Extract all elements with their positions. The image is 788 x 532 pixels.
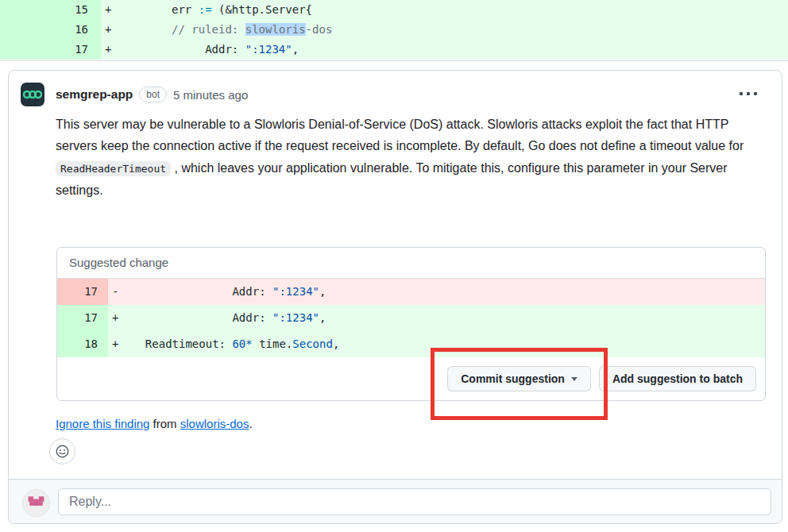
diff-row: 17+ Addr: ":1234", [57,305,765,331]
code-line: Addr: ":1234", [125,40,788,60]
finding-footer-text: Ignore this finding from slowloris-dos. [56,417,253,430]
from-text: from [153,417,177,430]
comment-header: semgrep-app bot 5 minutes ago [56,85,248,104]
suggestion-rows: 17- Addr: ":1234",17+ Addr: ":1234",18+ … [57,279,765,357]
code-segment: ":1234" [272,285,319,298]
add-to-batch-label: Add suggestion to batch [612,372,743,385]
reply-input[interactable] [58,488,771,515]
code-segment: := [199,3,212,16]
code-segment: time. [253,337,293,350]
comment-timestamp[interactable]: 5 minutes ago [173,88,248,102]
comment-author[interactable]: semgrep-app [56,87,133,102]
commit-suggestion-label: Commit suggestion [461,372,565,385]
top-diff-rows: 15+ err := (&http.Server{16+ // ruleid: … [0,0,788,60]
code-line: err := (&http.Server{ [125,0,788,20]
line-number[interactable]: 16 [0,20,101,40]
add-reaction-button[interactable] [49,438,75,465]
rule-link[interactable]: slowloris-dos [180,417,249,430]
ignore-finding-link[interactable]: Ignore this finding [56,417,149,430]
suggestion-actions: Commit suggestion Add suggestion to batc… [57,357,765,400]
code-line: Addr: ":1234", [132,279,765,305]
code-segment: Addr: [132,285,272,298]
code-segment: // ruleid: [172,23,245,36]
code-segment [125,23,172,36]
line-number[interactable]: 15 [0,0,101,20]
code-line: // ruleid: slowloris-dos [125,20,788,40]
code-segment: ":1234" [272,311,319,324]
chevron-down-icon [571,377,577,381]
inline-code-span: ReadHeaderTimeout [56,161,171,176]
diff-marker: + [108,305,132,331]
identicon-avatar [23,490,49,516]
code-segment: err [125,3,199,16]
comment-text: This server may be vulnerable to a Slowl… [56,118,744,152]
diff-marker: + [101,40,125,60]
user-avatar [22,489,50,517]
code-segment: 60* [232,337,252,350]
diff-row: 16+ // ruleid: slowloris-dos [0,20,788,40]
comment-card: semgrep-app bot 5 minutes ago This serve… [8,70,782,524]
code-segment: , [319,285,326,298]
code-segment: Second [292,337,333,350]
suggested-change-block: Suggested change 17- Addr: ":1234",17+ A… [56,247,766,401]
kebab-icon [747,92,750,95]
diff-row: 17- Addr: ":1234", [57,279,765,305]
reply-section [9,479,782,523]
diff-marker: + [108,331,132,357]
diff-marker: - [108,279,132,305]
diff-row: 18+ Readtimeout: 60* time.Second, [57,331,765,357]
kebab-icon [754,92,757,95]
code-line: Readtimeout: 60* time.Second, [132,331,765,357]
code-segment: , [292,43,299,56]
diff-marker: + [101,20,125,40]
semgrep-bot-avatar[interactable] [21,83,44,106]
period-text: . [249,417,252,430]
line-number: 17 [57,279,108,305]
smiley-icon [56,445,69,458]
code-segment: ":1234" [245,43,292,56]
code-segment: Addr: [125,43,245,56]
code-line: Addr: ":1234", [132,305,765,331]
diff-marker: + [101,0,125,20]
comment-options-button[interactable] [740,87,763,101]
line-number: 18 [57,331,108,357]
bot-badge: bot [139,87,167,102]
code-segment: , [333,337,339,350]
code-segment: Addr: [132,311,272,324]
semgrep-logo-icon [23,89,42,100]
kebab-icon [740,92,743,95]
add-suggestion-to-batch-button[interactable]: Add suggestion to batch [599,366,756,391]
comment-body: This server may be vulnerable to a Slowl… [56,114,750,201]
file-diff-section: 15+ err := (&http.Server{16+ // ruleid: … [0,0,788,61]
commit-suggestion-button[interactable]: Commit suggestion [447,366,591,391]
line-number: 17 [57,305,108,331]
diff-row: 15+ err := (&http.Server{ [0,0,788,20]
code-segment: Readtimeout: [132,337,232,350]
code-segment: , [319,311,326,324]
suggested-change-title: Suggested change [57,248,765,279]
code-segment: slowloris [245,23,306,36]
code-segment: (&http.Server{ [212,3,312,16]
line-number[interactable]: 17 [0,40,101,60]
code-segment: -dos [306,23,333,36]
diff-row: 17+ Addr: ":1234", [0,40,788,60]
